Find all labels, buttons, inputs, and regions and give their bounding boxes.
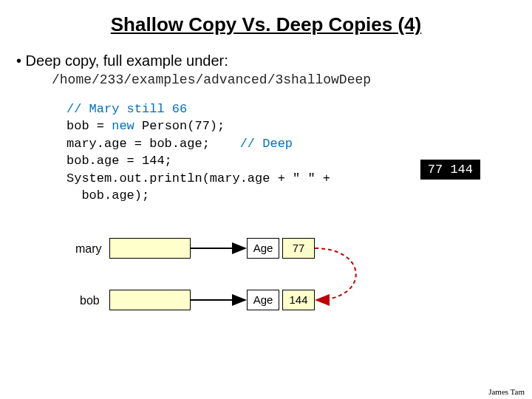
code-keyword-new: new — [112, 119, 134, 133]
bob-age-value: 144 — [282, 290, 315, 310]
code-block: // Mary still 66 bob = new Person(77); m… — [66, 100, 532, 205]
bob-ref-box — [109, 290, 191, 310]
bullet-deep-copy: Deep copy, full example under: — [16, 52, 532, 69]
code-line-6: bob.age); — [66, 188, 149, 202]
footer-author: James Tam — [488, 387, 525, 396]
code-comment-deep: // Deep — [240, 137, 293, 151]
mary-age-label: Age — [247, 238, 279, 259]
code-comment-1: // Mary still 66 — [66, 102, 187, 116]
example-path: /home/233/examples/advanced/3shallowDeep — [52, 72, 532, 87]
label-mary: mary — [75, 242, 102, 256]
memory-diagram: mary Age 77 bob Age 144 — [74, 238, 443, 356]
mary-age-value: 77 — [282, 238, 315, 259]
slide-title: Shallow Copy Vs. Deep Copies (4) — [0, 13, 532, 36]
label-bob: bob — [80, 294, 100, 307]
code-line-4: bob.age = 144; — [66, 154, 172, 168]
mary-ref-box — [109, 238, 191, 259]
bob-age-label: Age — [247, 290, 279, 310]
code-line-3a: mary.age = bob.age; — [66, 137, 240, 151]
code-line-2c: Person(77); — [134, 119, 225, 133]
code-line-2a: bob = — [66, 119, 112, 133]
console-output: 77 144 — [420, 160, 480, 180]
code-line-5: System.out.println(mary.age + " " + — [66, 171, 330, 185]
